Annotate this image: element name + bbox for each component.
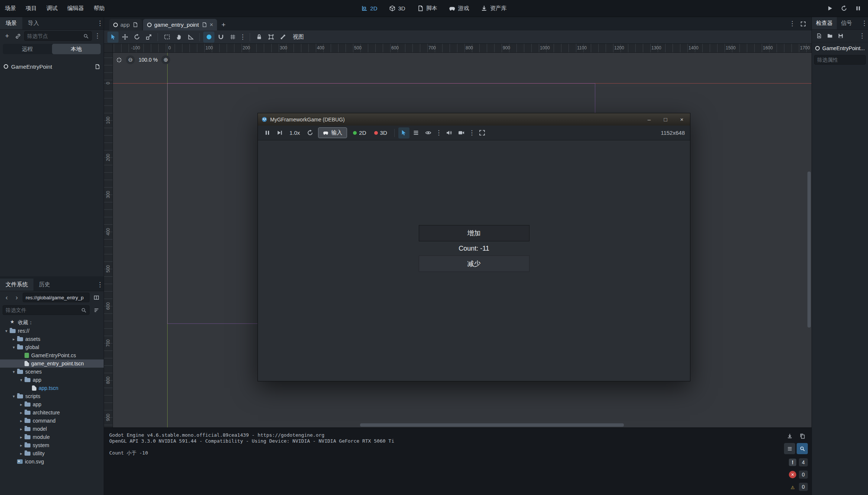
close-window-button[interactable]: × (674, 113, 690, 126)
workspace-button[interactable]: 游戏 (444, 3, 474, 14)
dock-tab[interactable]: 信号 (837, 17, 856, 29)
tree-item[interactable]: ▸ utility (0, 449, 104, 457)
expand-arrow-icon[interactable]: ▾ (10, 394, 17, 399)
move-tool-button[interactable] (119, 32, 130, 43)
inspector-menu-icon[interactable]: ⋮ (861, 18, 868, 29)
expand-arrow-icon[interactable]: ▸ (18, 451, 25, 456)
list-select-button[interactable] (161, 32, 172, 43)
tree-item[interactable]: ▸ module (0, 433, 104, 441)
filesystem-menu-icon[interactable]: ⋮ (96, 279, 104, 290)
expand-arrow-icon[interactable]: ▾ (10, 369, 17, 374)
scene-tab[interactable]: app (109, 19, 142, 30)
debug-2d-button[interactable]: 2D (350, 130, 369, 136)
tree-item[interactable]: ▸ assets (0, 335, 104, 343)
scrollbar-thumb[interactable] (360, 423, 624, 427)
expand-arrow-icon[interactable]: ▸ (18, 435, 25, 440)
game-speed-button[interactable]: 1.0x (286, 130, 303, 136)
pan-tool-button[interactable] (173, 32, 184, 43)
menu-item[interactable]: 编辑器 (62, 0, 89, 17)
load-resource-button[interactable] (825, 30, 835, 42)
scale-tool-button[interactable] (143, 32, 154, 43)
tree-item[interactable]: ▸ app (0, 400, 104, 408)
suspend-game-button[interactable] (262, 127, 273, 139)
decrease-button[interactable]: 减少 (419, 255, 529, 272)
distraction-free-button[interactable] (797, 18, 809, 29)
tree-item[interactable]: icon.svg (0, 457, 104, 466)
scene-tab[interactable]: game_entry_point × (143, 19, 217, 30)
expand-arrow-icon[interactable]: ▾ (18, 378, 25, 382)
dock-tab[interactable]: 检查器 (812, 17, 837, 29)
workspace-button[interactable]: 脚本 (412, 3, 442, 14)
tree-item[interactable]: ▾ global (0, 343, 104, 351)
input-mode-button[interactable]: 输入 (318, 127, 347, 138)
expand-arrow-icon[interactable]: ▾ (10, 345, 17, 350)
expand-arrow-icon[interactable]: ▸ (18, 443, 25, 448)
remote-local-button[interactable]: 远程 (3, 44, 52, 54)
expand-arrow-icon[interactable]: ▸ (18, 410, 25, 415)
expand-arrow-icon[interactable]: ▸ (18, 419, 25, 423)
expand-arrow-icon[interactable]: ▾ (3, 329, 10, 333)
tree-item[interactable]: app.tscn (0, 384, 104, 392)
add-node-button[interactable]: + (3, 30, 12, 42)
menu-item[interactable]: 调试 (42, 0, 62, 17)
tree-item[interactable]: ▾ app (0, 376, 104, 384)
vertical-scrollbar[interactable] (807, 53, 811, 423)
current-path-input[interactable] (23, 295, 89, 300)
selection-options-menu-icon[interactable]: ⋮ (435, 127, 443, 139)
smart-snap-toggle[interactable] (203, 32, 214, 43)
tree-item[interactable]: ▸ architecture (0, 408, 104, 417)
scroll-to-bottom-button[interactable] (784, 430, 795, 442)
play-button[interactable] (824, 3, 835, 14)
selection-list-button[interactable] (411, 127, 422, 139)
game-select-tool-button[interactable] (398, 127, 409, 139)
remote-local-button[interactable]: 本地 (52, 44, 101, 54)
zoom-value[interactable]: 100.0 % (139, 57, 158, 63)
toggle-visibility-button[interactable] (423, 127, 434, 139)
tree-item[interactable]: GameEntryPoint.cs (0, 351, 104, 359)
filter-files-input[interactable] (6, 307, 79, 313)
script-icon[interactable] (201, 22, 207, 27)
tree-item[interactable]: ▸ model (0, 425, 104, 433)
debugger-badge[interactable]: 4 (789, 458, 808, 466)
pause-button[interactable] (838, 3, 849, 14)
debugger-badge[interactable]: 0 (789, 483, 808, 491)
snap-options-menu-icon[interactable]: ⋮ (239, 32, 246, 43)
tree-item[interactable]: ▸ system (0, 441, 104, 449)
inspected-node-row[interactable]: GameEntryPoint... (812, 42, 868, 54)
embed-options-button[interactable] (477, 127, 488, 139)
stop-button[interactable] (852, 3, 864, 14)
camera-override-button[interactable] (456, 127, 467, 139)
nav-forward-button[interactable]: › (13, 293, 21, 302)
dock-tab[interactable]: 历史 (33, 279, 56, 291)
menu-item[interactable]: 场景 (0, 0, 21, 17)
lock-object-button[interactable] (253, 32, 265, 43)
script-icon[interactable] (94, 64, 100, 69)
select-tool-button[interactable] (107, 32, 119, 43)
minimize-button[interactable]: – (641, 113, 657, 126)
scene-tree-root-row[interactable]: GameEntryPoint (0, 62, 104, 71)
workspace-button[interactable]: 2D (356, 3, 382, 14)
mute-audio-button[interactable] (444, 127, 455, 139)
tree-item[interactable]: ▾ scripts (0, 392, 104, 400)
expand-arrow-icon[interactable]: ▸ (18, 402, 25, 407)
instance-scene-button[interactable] (13, 30, 22, 42)
grid-snap-toggle[interactable] (215, 32, 226, 43)
split-view-button[interactable] (91, 292, 101, 303)
nav-back-button[interactable]: ‹ (3, 293, 11, 302)
reset-speed-button[interactable] (304, 127, 315, 139)
dock-menu-icon[interactable]: ⋮ (96, 18, 104, 29)
tree-item[interactable]: ▾ res:// (0, 327, 104, 335)
expand-arrow-icon[interactable]: ▸ (10, 337, 17, 342)
zoom-in-button[interactable]: ⊕ (161, 55, 170, 64)
menu-item[interactable]: 项目 (21, 0, 42, 17)
dock-tab[interactable]: 文件系统 (0, 279, 33, 291)
copy-log-button[interactable] (797, 430, 808, 442)
horizontal-scrollbar[interactable] (113, 423, 807, 427)
scene-tabs-menu-icon[interactable]: ⋮ (788, 18, 796, 29)
log-filter-button[interactable] (784, 443, 795, 454)
dock-tab[interactable]: 导入 (22, 17, 45, 29)
maximize-button[interactable]: □ (657, 113, 674, 126)
rotate-tool-button[interactable] (131, 32, 142, 43)
tree-item[interactable]: ▾ scenes (0, 368, 104, 376)
new-resource-button[interactable] (814, 30, 824, 42)
